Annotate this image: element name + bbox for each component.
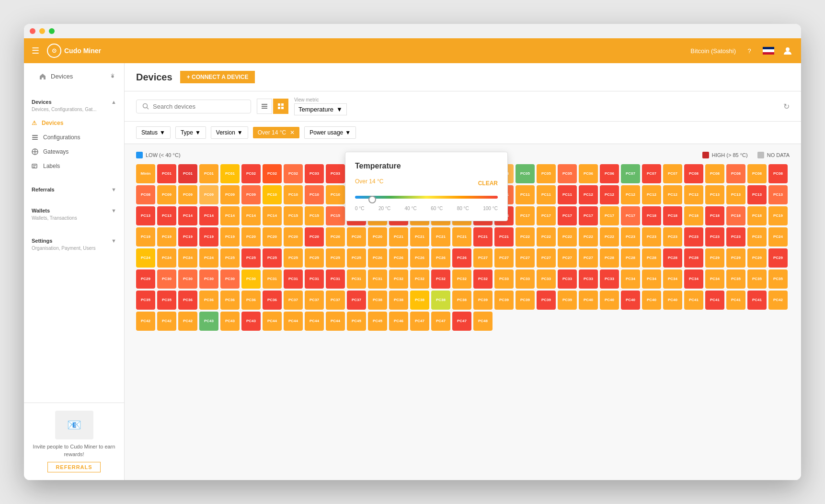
device-tile[interactable]: PC14 [241,206,261,225]
device-tile[interactable]: PC32 [389,269,408,289]
device-tile[interactable]: PC18 [642,206,661,225]
device-tile[interactable]: PC06 [579,164,598,183]
device-tile[interactable]: PC15 [305,206,324,225]
device-tile[interactable]: PC43 [199,312,218,331]
device-tile[interactable]: PC35 [768,269,788,289]
device-tile[interactable]: PC10 [263,185,282,204]
device-tile[interactable]: PC24 [768,227,788,246]
device-tile[interactable]: PC26 [389,248,408,268]
device-tile[interactable]: PC21 [431,227,450,246]
device-tile[interactable]: PC33 [600,269,619,289]
device-tile[interactable]: PC03 [305,164,324,183]
device-tile[interactable]: PC25 [263,248,282,268]
wallets-section-title[interactable]: Wallets ▼ [24,202,124,215]
device-tile[interactable]: PC47 [452,312,471,331]
device-tile[interactable]: PC24 [136,248,155,268]
device-tile[interactable]: PC31 [305,269,324,289]
device-tile[interactable]: PC33 [516,269,535,289]
device-tile[interactable]: PC34 [642,269,661,289]
device-tile[interactable]: PC14 [263,206,282,225]
device-tile[interactable]: PC31 [368,269,387,289]
device-tile[interactable]: PC34 [621,269,640,289]
view-metric-select[interactable]: Temperature ▼ [294,103,347,115]
device-tile[interactable]: PC13 [726,185,745,204]
user-icon[interactable] [782,45,793,56]
device-tile[interactable]: PC22 [516,227,535,246]
device-tile[interactable]: PC20 [241,227,261,246]
device-tile[interactable]: PC23 [726,227,745,246]
device-tile[interactable]: PC36 [178,291,197,310]
help-icon[interactable]: ? [744,45,755,56]
device-tile[interactable]: PC44 [326,312,345,331]
device-tile[interactable]: PC21 [452,227,471,246]
device-tile[interactable]: PC01 [178,164,197,183]
device-tile[interactable]: PC12 [663,185,682,204]
device-tile[interactable]: PC21 [473,227,493,246]
device-tile[interactable]: PC33 [537,269,556,289]
device-tile[interactable]: PC27 [558,248,577,268]
device-tile[interactable]: PC19 [157,227,176,246]
device-tile[interactable]: PC33 [579,269,598,289]
device-tile[interactable]: PC21 [389,227,408,246]
device-tile[interactable]: PC08 [768,164,788,183]
device-tile[interactable]: PC11 [537,185,556,204]
device-tile[interactable]: PC38 [389,291,408,310]
device-tile[interactable]: PC43 [241,312,261,331]
refresh-button[interactable]: ↻ [783,102,790,111]
device-tile[interactable]: PC34 [663,269,682,289]
sidebar-item-gateways[interactable]: Gateways [24,145,124,159]
device-tile[interactable]: PC17 [600,206,619,225]
device-tile[interactable]: PC39 [558,291,577,310]
sidebar-item-devices[interactable]: ⚠ Devices [24,116,124,130]
device-tile[interactable]: PC11 [558,185,577,204]
device-tile[interactable]: PC15 [326,206,345,225]
device-tile[interactable]: PC19 [199,227,218,246]
device-tile[interactable]: PC44 [284,312,303,331]
device-tile[interactable]: PC26 [452,248,471,268]
connect-device-button[interactable]: + CONNECT A DEVICE [180,71,255,83]
device-tile[interactable]: PC43 [220,312,240,331]
device-tile[interactable]: PC23 [747,227,767,246]
device-tile[interactable]: PC27 [537,248,556,268]
device-tile[interactable]: PC24 [157,248,176,268]
device-tile[interactable]: PC17 [579,206,598,225]
slider-thumb[interactable] [368,196,376,203]
device-tile[interactable]: PC07 [642,164,661,183]
device-tile[interactable]: PC40 [621,291,640,310]
device-tile[interactable]: PC09 [157,185,176,204]
device-tile[interactable]: PC36 [263,291,282,310]
device-tile[interactable]: PC08 [726,164,745,183]
device-tile[interactable]: PC18 [705,206,724,225]
device-tile[interactable]: PC12 [642,185,661,204]
device-tile[interactable]: PC46 [389,312,408,331]
device-tile[interactable]: PC02 [241,164,261,183]
device-tile[interactable]: PC39 [537,291,556,310]
device-tile[interactable]: PC10 [284,185,303,204]
minimize-button[interactable] [39,28,45,34]
device-tile[interactable]: PC05 [558,164,577,183]
device-tile[interactable]: PC25 [241,248,261,268]
referrals-section-title[interactable]: Referrals ▼ [24,181,124,194]
device-tile[interactable]: PC36 [199,291,218,310]
device-tile[interactable]: PC36 [220,291,240,310]
device-tile[interactable]: PC28 [663,248,682,268]
device-tile[interactable]: PC08 [136,185,155,204]
device-tile[interactable]: PC01 [157,164,176,183]
device-tile[interactable]: PC22 [558,227,577,246]
device-tile[interactable]: PC12 [684,185,703,204]
grid-view-button[interactable] [273,99,288,114]
device-tile[interactable]: PC23 [642,227,661,246]
device-tile[interactable]: PC13 [768,185,788,204]
device-tile[interactable]: PC41 [726,291,745,310]
device-tile[interactable]: PC27 [516,248,535,268]
device-tile[interactable]: PC42 [768,291,788,310]
device-tile[interactable]: PC22 [579,227,598,246]
device-tile[interactable]: PC31 [284,269,303,289]
device-tile[interactable]: PC21 [494,227,514,246]
device-tile[interactable]: PC22 [600,227,619,246]
device-tile[interactable]: PC20 [326,227,345,246]
device-tile[interactable]: PC17 [621,206,640,225]
sidebar-item-configurations[interactable]: Configurations [24,130,124,145]
device-tile[interactable]: PC40 [579,291,598,310]
device-tile[interactable]: PC23 [621,227,640,246]
